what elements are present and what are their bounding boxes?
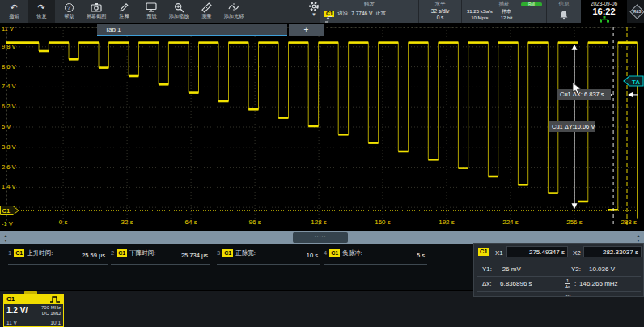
svg-text:32 s: 32 s [121, 219, 133, 226]
redo-button[interactable]: ↷ 恢复 [28, 0, 55, 23]
divider [477, 261, 641, 261]
y-axis-tick-label: -1 V [2, 220, 13, 227]
svg-text:256 s: 256 s [566, 219, 583, 226]
measurement-index: 4 [324, 249, 327, 257]
add-cursor-button[interactable]: 添加光标 [220, 0, 248, 23]
horizontal-status[interactable]: 水平 32 s/div 0 s [419, 0, 461, 23]
y-axis-tick-label: 7.4 V [2, 83, 16, 90]
add-zoom-button[interactable]: 添加缩放 [165, 0, 193, 23]
acquisition-status[interactable]: 捕获 Roll 31.25 kSa/s 10 Mpts 样本 12 bit [462, 0, 546, 23]
channel-scale: 1.2 V/ [6, 306, 28, 315]
svg-text:128 s: 128 s [311, 219, 327, 226]
undo-label: 撤销 [9, 13, 19, 20]
measurement-item[interactable]: 3C1正脉宽:10 s [217, 249, 320, 265]
trigger-level: 7.7746 V [351, 11, 372, 16]
trigger-mode: 正常 [375, 10, 386, 17]
cursor-y1-label: Y1: [482, 265, 492, 273]
help-button[interactable]: ? 帮助 [55, 0, 83, 23]
y-axis-tick-label: 2.6 V [2, 164, 16, 171]
measurement-item[interactable]: 1C1上升时间:25.59 µs [8, 249, 108, 265]
cursor-dx-value: 6.836896 s [500, 280, 532, 287]
redo-icon: ↷ [37, 2, 44, 13]
divider [477, 291, 641, 292]
cursor-dy-partial: Δy [565, 294, 570, 297]
undo-icon: ↶ [10, 2, 17, 13]
waveform-display[interactable]: 0 s32 s64 s96 s128 s160 s192 s224 s256 s… [0, 23, 644, 231]
cursor-y2-value: 10.036 V [589, 265, 615, 273]
measurement-value: 25.59 µs [82, 252, 105, 259]
cursor-x1-label: X1 [495, 249, 503, 257]
chevron-down-icon: ▼ [306, 12, 322, 17]
annotate-button[interactable]: 注释 [110, 0, 138, 23]
mouse-pointer-icon [572, 82, 583, 96]
measurement-item[interactable]: 2C1下降时间:25.734 µs [111, 249, 210, 265]
svg-text:224 s: 224 s [502, 219, 519, 226]
ta-marker-text: TA [632, 78, 640, 85]
zoom-icon [174, 2, 184, 13]
cursor-y2-label: Y2: [571, 265, 581, 273]
measure-label: 测量 [201, 13, 211, 20]
y-axis-tick-label: 6.2 V [2, 103, 16, 110]
measurement-index: 3 [217, 249, 220, 257]
squarewave-icon [50, 296, 61, 303]
scrollbar-handle[interactable]: ····· [293, 232, 348, 243]
svg-text:160 s: 160 s [375, 219, 391, 226]
svg-text:192 s: 192 s [439, 219, 455, 226]
inverse-dx-value: 146.265 mHz [579, 280, 618, 287]
scroll-arrows-right[interactable]: ▲▼ [633, 231, 643, 244]
measurement-label: 上升时间: [27, 249, 53, 257]
y-axis-tick-label: 9.8 V [2, 43, 16, 50]
measurement-index: 1 [8, 249, 11, 257]
measurement-item[interactable]: 4C1负脉冲:5 s [324, 249, 427, 265]
horizontal-position: 0 s [419, 15, 461, 21]
undo-button[interactable]: ↶ 撤销 [0, 0, 28, 23]
settings-button[interactable]: ▼ [306, 1, 322, 23]
acquisition-mode: 样本 [501, 8, 513, 15]
info-section[interactable]: 信息 [547, 0, 581, 23]
network-icon [581, 16, 627, 23]
cursor-source-badge: C1 [478, 248, 489, 256]
cursor-icon [228, 2, 239, 13]
c1-marker-text: C1 [2, 207, 11, 214]
channel-c1-box[interactable]: C1 1.2 V/ 700 MHz DC 1MΩ 11 V 10:1 [3, 291, 65, 327]
header-bar: ↶ 撤销 ↷ 恢复 ? 帮助 屏幕截图 注释 预设 [0, 0, 644, 23]
channel-c1-marker[interactable]: C1 [0, 206, 19, 215]
screenshot-button[interactable]: 屏幕截图 [83, 0, 110, 23]
help-label: 帮助 [64, 13, 74, 20]
clock[interactable]: 2023-09-06 16:22 [581, 0, 627, 23]
channel-probe: 10:1 [50, 320, 61, 325]
preset-button[interactable]: 预设 [138, 0, 165, 23]
measure-button[interactable]: 测量 [193, 0, 220, 23]
inverse-dx-numerator: 1 [565, 278, 570, 284]
trigger-slope-icon [324, 15, 333, 23]
main-toolbar: ↶ 撤销 ↷ 恢复 ? 帮助 屏幕截图 注释 预设 [0, 0, 248, 23]
measurement-source-badge: C1 [329, 249, 340, 257]
measurement-label: 下降时间: [129, 249, 155, 257]
sample-rate: 31.25 kSa/s [467, 8, 493, 15]
status-bar: 触发 C1 边沿 7.7746 V 正常 水平 32 s/div 0 s 捕获 … [320, 0, 644, 23]
measurement-value: 5 s [417, 252, 425, 259]
channel-coupling: DC 1MΩ [41, 311, 61, 316]
trigger-title: 触发 [320, 0, 418, 8]
cursor-x2-value[interactable]: 282.33037 s [583, 246, 642, 257]
horizontal-title: 水平 [419, 0, 461, 8]
trigger-level-marker[interactable]: TA [623, 75, 644, 87]
inverse-dx-denominator: Δx [565, 284, 570, 289]
channel-position: 11 V [6, 320, 17, 325]
channel-bandwidth: 700 MHz [41, 305, 61, 311]
svg-text:64 s: 64 s [185, 219, 197, 226]
measurement-source-badge: C1 [117, 249, 127, 257]
y-axis-tick-label: 11 V [2, 25, 14, 32]
tab-tab1[interactable]: Tab 1 [97, 24, 287, 36]
add-tab-button[interactable]: + [289, 24, 324, 36]
cursor-y1-value: -26 mV [500, 265, 521, 273]
scroll-arrows-left[interactable]: ▲▼ [1, 231, 11, 244]
cursor-x1-value[interactable]: 275.49347 s [506, 246, 568, 257]
cursor-x2-label: X2 [573, 249, 581, 257]
trigger-status[interactable]: 触发 C1 边沿 7.7746 V 正常 [320, 0, 418, 23]
cursor-results-panel[interactable]: C1 X1 275.49347 s X2 282.33037 s Y1: -26… [473, 243, 644, 297]
y-axis-tick-label: 1.4 V [2, 183, 16, 190]
cursor-dy-tooltip: Cu1 ΔY:10.06 V [549, 121, 595, 132]
trigger-kind: 边沿 [337, 10, 348, 17]
preset-label: 预设 [146, 13, 156, 20]
